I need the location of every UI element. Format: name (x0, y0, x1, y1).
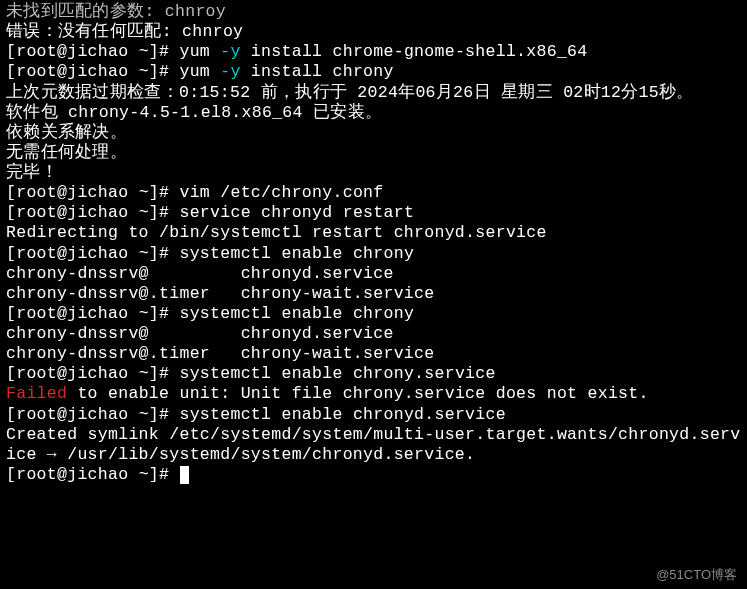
output-line: 上次元数据过期检查：0:15:52 前，执行于 2024年06月26日 星期三 … (6, 83, 741, 103)
command-line: [root@jichao ~]# systemctl enable chrony… (6, 364, 741, 384)
output-line: 错误：没有任何匹配: chnroy (6, 22, 741, 42)
command-line: [root@jichao ~]# yum -y install chrony (6, 62, 741, 82)
output-line: chrony-dnssrv@ chronyd.service (6, 264, 741, 284)
output-line: chrony-dnssrv@.timer chrony-wait.service (6, 344, 741, 364)
command-line: [root@jichao ~]# yum -y install chrome-g… (6, 42, 741, 62)
output-line: chrony-dnssrv@.timer chrony-wait.service (6, 284, 741, 304)
output-line: 软件包 chrony-4.5-1.el8.x86_64 已安装。 (6, 103, 741, 123)
output-line: 依赖关系解决。 (6, 123, 741, 143)
output-line: 完毕！ (6, 163, 741, 183)
prompt-line[interactable]: [root@jichao ~]# (6, 465, 741, 485)
watermark-text: @51CTO博客 (656, 567, 737, 583)
error-line: Failed to enable unit: Unit file chrony.… (6, 384, 741, 404)
cursor-icon (180, 466, 189, 484)
terminal-output[interactable]: 未找到匹配的参数: chnroy 错误：没有任何匹配: chnroy [root… (6, 2, 741, 485)
command-line: [root@jichao ~]# service chronyd restart (6, 203, 741, 223)
command-line: [root@jichao ~]# vim /etc/chrony.conf (6, 183, 741, 203)
output-line: Created symlink /etc/systemd/system/mult… (6, 425, 741, 465)
output-line: Redirecting to /bin/systemctl restart ch… (6, 223, 741, 243)
output-line: 未找到匹配的参数: chnroy (6, 2, 741, 22)
output-line: 无需任何处理。 (6, 143, 741, 163)
output-line: chrony-dnssrv@ chronyd.service (6, 324, 741, 344)
command-line: [root@jichao ~]# systemctl enable chrony… (6, 405, 741, 425)
command-line: [root@jichao ~]# systemctl enable chrony (6, 304, 741, 324)
command-line: [root@jichao ~]# systemctl enable chrony (6, 244, 741, 264)
